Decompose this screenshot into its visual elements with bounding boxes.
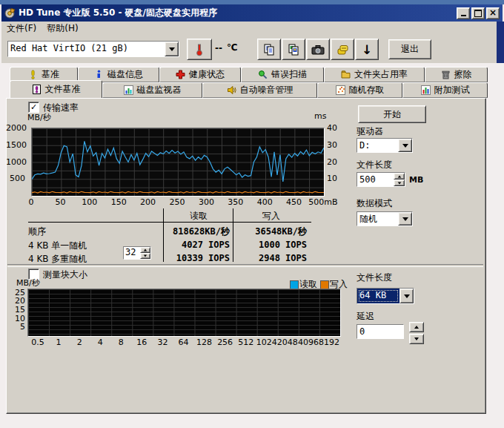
chevron-down-icon xyxy=(169,47,175,51)
tab-label: 文件夹占用率 xyxy=(354,68,408,81)
tab-label: 健康状态 xyxy=(189,68,225,81)
copy-image-button[interactable] xyxy=(282,39,305,60)
drive-select-value: Red Hat VirtIO (21 gB) xyxy=(8,42,165,56)
start-button-label: 开始 xyxy=(383,108,401,121)
delay-value: 0 xyxy=(357,325,403,338)
window-edge-strip xyxy=(497,22,504,63)
close-button[interactable]: × xyxy=(486,7,500,19)
drive-select-arrow[interactable] xyxy=(165,42,179,56)
delay-up-button[interactable] xyxy=(409,322,424,332)
row-sequential-label: 顺序 xyxy=(28,225,46,238)
queue-up-button[interactable] xyxy=(140,247,150,253)
block-file-length-arrow[interactable] xyxy=(399,289,414,303)
toolbar: Red Hat VirtIO (21 gB) -- ℃ xyxy=(1,35,497,63)
camera-icon xyxy=(311,44,325,56)
row-sequential-read: 818628KB/秒 xyxy=(165,225,230,238)
series-读取 xyxy=(32,141,324,182)
thermometer-icon xyxy=(194,43,205,56)
file-length-up-button[interactable] xyxy=(394,173,405,180)
chevron-down-icon xyxy=(402,217,408,221)
file-length-value: 500 xyxy=(357,173,394,186)
tab-disk-monitor[interactable]: 磁盘监视器 xyxy=(102,82,202,98)
save-results-icon xyxy=(336,44,349,56)
aam-icon xyxy=(227,85,236,95)
tab-aam[interactable]: 自动噪音管理 xyxy=(202,82,317,98)
spin-down-icon xyxy=(397,182,401,184)
data-mode-combo[interactable]: 随机 xyxy=(357,211,413,226)
tab-label: 文件基准 xyxy=(45,83,81,96)
save-results-button[interactable] xyxy=(331,39,354,60)
queue-depth-spinner[interactable]: 32 xyxy=(123,246,151,260)
minimize-icon xyxy=(461,15,466,16)
copy-icon xyxy=(263,44,275,56)
health-icon xyxy=(176,70,185,79)
tab-file-benchmark[interactable]: 文件基准 xyxy=(10,80,102,98)
spin-down-icon xyxy=(144,255,147,257)
tab-label: 磁盘信息 xyxy=(107,68,143,81)
series-写入 xyxy=(32,191,324,193)
menu-help[interactable]: 帮助(H) xyxy=(42,22,83,36)
exit-button[interactable]: 退出 xyxy=(388,39,431,59)
maximize-button[interactable] xyxy=(471,7,485,19)
delay-input[interactable]: 0 xyxy=(357,324,404,339)
copy-image-icon xyxy=(288,44,299,56)
table-divider xyxy=(163,208,164,262)
temperature-unit: ℃ xyxy=(227,42,238,53)
maximize-icon xyxy=(474,10,482,17)
row-4k-single-write: 1000 IOPS xyxy=(234,240,307,250)
row-4k-single-read: 4027 IOPS xyxy=(165,240,230,250)
minimize-button[interactable] xyxy=(457,7,470,19)
table-divider xyxy=(233,208,233,262)
tab-extra-tests[interactable]: 附加测试 xyxy=(402,82,488,98)
extra-tests-icon xyxy=(421,85,431,95)
random-access-icon xyxy=(336,85,345,95)
download-arrow-icon: ↓ xyxy=(362,42,372,57)
block-size-chart xyxy=(27,289,341,337)
block-file-length-value: 64 KB xyxy=(357,289,399,303)
screenshot-button[interactable] xyxy=(306,39,330,60)
block-file-length-combo[interactable]: 64 KB xyxy=(357,288,414,304)
tab-folder-usage[interactable]: 文件夹占用率 xyxy=(324,67,425,82)
file-benchmark-icon xyxy=(32,85,42,94)
row-4k-single-label: 4 KB 单一随机 xyxy=(28,240,87,252)
window-title: HD Tune 专业版 5.50 - 硬盘/固态硬盘实用程序 xyxy=(19,7,217,19)
tab-health[interactable]: 健康状态 xyxy=(159,67,241,82)
data-mode-arrow[interactable] xyxy=(398,212,412,225)
tab-label: 错误扫描 xyxy=(271,68,307,81)
queue-down-button[interactable] xyxy=(140,253,150,259)
error-scan-icon xyxy=(258,70,268,79)
section-divider xyxy=(7,264,483,267)
drive-label: 驱动器 xyxy=(357,125,383,138)
table-header-rule xyxy=(28,222,311,223)
menu-file[interactable]: 文件(F) xyxy=(1,22,42,36)
transfer-rate-checkbox[interactable]: ✓ xyxy=(28,102,39,113)
row-4k-multi-write: 2948 IOPS xyxy=(234,253,307,263)
chart1-y-axis-label: MB/秒 xyxy=(27,112,51,123)
results-col-read: 读取 xyxy=(165,210,233,223)
chart1-right-axis-label: ms xyxy=(314,111,326,121)
start-button[interactable]: 开始 xyxy=(358,105,426,123)
chart2-y-axis-label: MB/秒 xyxy=(16,277,40,289)
download-button[interactable]: ↓ xyxy=(355,39,379,60)
copy-text-button[interactable] xyxy=(257,39,281,60)
transfer-rate-chart xyxy=(31,128,325,197)
block-size-label: 测量块大小 xyxy=(43,269,87,281)
spin-up-icon xyxy=(144,249,147,251)
chevron-down-icon xyxy=(404,294,410,298)
tab-error-scan[interactable]: 错误扫描 xyxy=(241,67,324,82)
delay-down-button[interactable] xyxy=(409,334,424,344)
title-bar[interactable]: HD Tune 专业版 5.50 - 硬盘/固态硬盘实用程序 × xyxy=(1,4,503,22)
drive-combo-value: D: xyxy=(357,139,398,152)
drive-combo[interactable]: D: xyxy=(357,138,413,153)
file-length-unit: MB xyxy=(409,175,423,185)
temperature-button[interactable] xyxy=(187,39,212,60)
erase-icon xyxy=(441,70,451,79)
tab-random-access[interactable]: 随机存取 xyxy=(317,82,402,98)
drive-select[interactable]: Red Hat VirtIO (21 gB) xyxy=(7,41,179,57)
tab-erase[interactable]: 擦除 xyxy=(425,67,488,82)
file-length-spinner[interactable]: 500 xyxy=(357,172,405,187)
drive-combo-arrow[interactable] xyxy=(398,139,412,152)
hd-tune-window: HD Tune 专业版 5.50 - 硬盘/固态硬盘实用程序 × 文件(F) 帮… xyxy=(0,0,504,428)
row-4k-multi-read: 10339 IOPS xyxy=(165,253,230,263)
file-length-down-button[interactable] xyxy=(394,180,405,186)
